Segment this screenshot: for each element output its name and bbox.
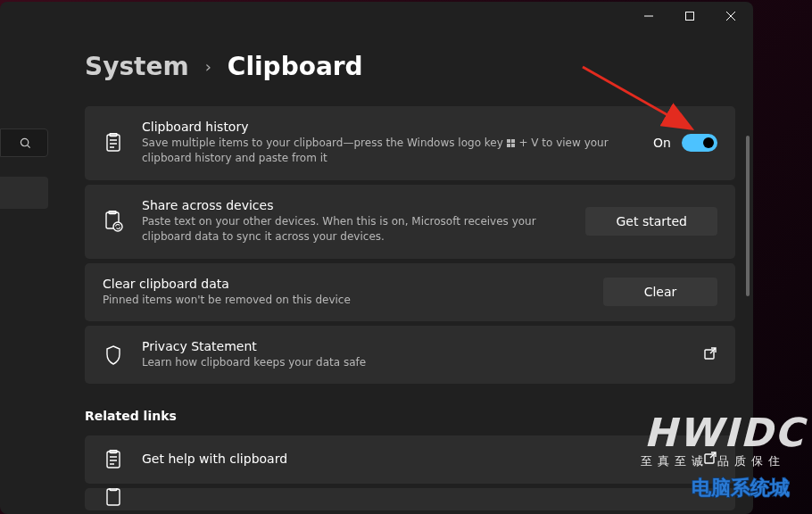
svg-rect-5 [511, 139, 515, 143]
minimize-button[interactable] [628, 2, 669, 30]
svg-rect-6 [507, 144, 510, 147]
maximize-button[interactable] [669, 2, 710, 30]
clipboard-sync-icon [103, 211, 124, 232]
share-devices-card[interactable]: Share across devices Paste text on your … [85, 185, 735, 259]
share-devices-title: Share across devices [142, 198, 568, 212]
scrollbar[interactable] [746, 136, 750, 296]
privacy-statement-card[interactable]: Privacy Statement Learn how clipboard ke… [85, 326, 735, 384]
clipboard-icon [103, 132, 124, 153]
clear-clipboard-card: Clear clipboard data Pinned items won't … [85, 263, 735, 321]
clear-clipboard-desc: Pinned items won't be removed on this de… [103, 293, 585, 308]
clipboard-history-card[interactable]: Clipboard history Save multiple items to… [85, 106, 735, 180]
titlebar [0, 2, 753, 30]
get-started-button[interactable]: Get started [585, 207, 717, 236]
toggle-state-label: On [653, 136, 671, 150]
clipboard-history-toggle[interactable] [682, 134, 717, 152]
windows-key-icon [507, 139, 516, 148]
clipboard-history-title: Clipboard history [142, 120, 635, 134]
chevron-right-icon: › [205, 57, 211, 76]
svg-rect-15 [107, 489, 120, 505]
breadcrumb-parent[interactable]: System [85, 52, 189, 81]
clipboard-history-desc: Save multiple items to your clipboard—pr… [142, 136, 635, 167]
get-help-card[interactable]: Get help with clipboard [85, 435, 735, 484]
clipboard-icon [103, 449, 124, 470]
content-area: System › Clipboard Clipboard history Sav… [0, 30, 753, 514]
clear-clipboard-title: Clear clipboard data [103, 277, 585, 291]
svg-point-10 [113, 222, 122, 231]
svg-rect-0 [686, 12, 694, 21]
get-help-title: Get help with clipboard [142, 452, 685, 466]
clipboard-icon [103, 488, 124, 508]
shield-icon [103, 344, 124, 366]
clear-button[interactable]: Clear [603, 278, 717, 306]
external-link-icon [703, 451, 717, 468]
svg-rect-12 [107, 452, 120, 468]
settings-window: System › Clipboard Clipboard history Sav… [0, 2, 753, 514]
related-links-heading: Related links [85, 409, 735, 423]
breadcrumb: System › Clipboard [85, 52, 735, 81]
svg-rect-7 [511, 144, 515, 147]
page-title: Clipboard [228, 52, 363, 81]
svg-rect-2 [107, 135, 120, 151]
share-devices-desc: Paste text on your other devices. When t… [142, 214, 568, 245]
svg-rect-4 [507, 139, 510, 143]
privacy-title: Privacy Statement [142, 339, 685, 353]
privacy-desc: Learn how clipboard keeps your data safe [142, 355, 685, 370]
partial-card[interactable] [85, 488, 735, 510]
close-button[interactable] [710, 2, 751, 30]
external-link-icon [703, 346, 717, 364]
